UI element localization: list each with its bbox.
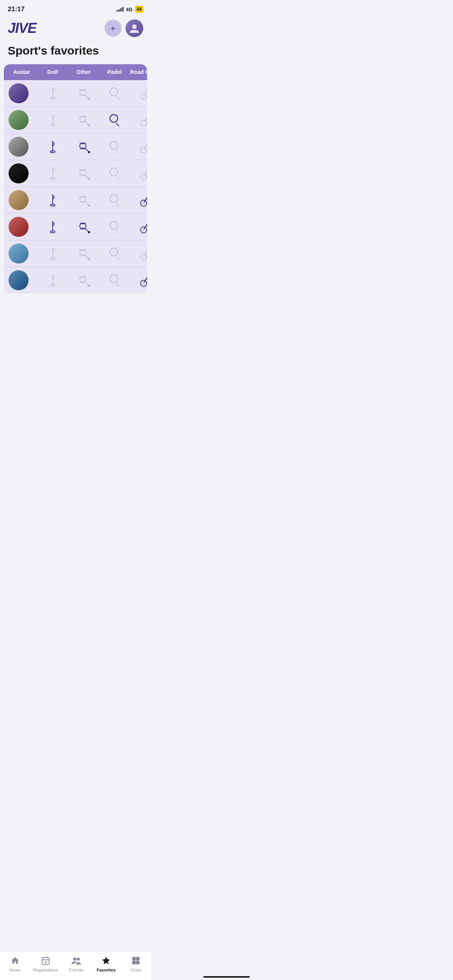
padel-icon — [107, 192, 122, 208]
other-icon — [76, 219, 91, 235]
status-bar: 21:17 4G 44 — [0, 0, 151, 15]
svg-point-49 — [88, 204, 90, 207]
other-icon — [76, 272, 91, 288]
padel-icon — [107, 139, 122, 154]
table-row[interactable] — [4, 267, 147, 293]
svg-rect-84 — [110, 275, 118, 283]
table-row[interactable] — [4, 160, 147, 187]
padel-icon — [107, 219, 122, 235]
cycling-cell-2 — [130, 112, 147, 128]
table-row[interactable] — [4, 214, 147, 240]
svg-point-79 — [50, 284, 55, 286]
golf-cell-5 — [37, 192, 68, 208]
svg-point-13 — [50, 124, 55, 126]
golf-icon — [45, 272, 60, 288]
svg-point-60 — [88, 231, 90, 233]
padel-cell-8 — [99, 272, 130, 288]
table-row[interactable] — [4, 240, 147, 267]
app-logo: JIVE — [8, 20, 36, 36]
table-row[interactable] — [4, 134, 147, 160]
golf-cell-8 — [37, 272, 68, 288]
other-icon — [76, 139, 91, 154]
padel-icon — [107, 272, 122, 288]
avatar-person-icon — [129, 23, 140, 34]
cycling-icon — [140, 272, 147, 288]
col-avatar: Avatar — [6, 69, 37, 75]
other-icon — [76, 166, 91, 181]
padel-icon — [107, 246, 122, 261]
golf-icon — [45, 112, 60, 128]
cycling-icon — [140, 112, 147, 128]
other-cell-1 — [68, 86, 99, 101]
cycling-cell-7 — [130, 246, 147, 261]
page-title-section: Sport's favorites — [0, 41, 151, 64]
svg-point-24 — [50, 151, 55, 152]
padel-icon — [107, 112, 122, 128]
other-cell-7 — [68, 246, 99, 261]
cycling-cell-6 — [130, 219, 147, 235]
svg-line-30 — [116, 150, 119, 153]
svg-rect-62 — [110, 221, 118, 229]
padel-cell-7 — [99, 246, 130, 261]
golf-cell-2 — [37, 112, 68, 128]
golf-icon — [45, 166, 60, 181]
signal-icon — [117, 7, 124, 12]
svg-rect-18 — [110, 115, 118, 122]
svg-point-71 — [88, 258, 90, 260]
padel-cell-2 — [99, 112, 130, 128]
svg-point-46 — [50, 204, 55, 206]
avatar-cell — [6, 163, 37, 183]
svg-point-27 — [88, 151, 90, 153]
user-avatar-button[interactable] — [125, 19, 143, 37]
add-button[interactable]: ＋ — [105, 20, 122, 37]
svg-point-0 — [132, 24, 137, 29]
table-body — [4, 80, 147, 293]
golf-icon — [45, 246, 60, 261]
other-cell-3 — [68, 139, 99, 154]
page-title: Sport's favorites — [8, 44, 143, 57]
network-label: 4G — [126, 7, 132, 12]
svg-line-85 — [116, 283, 119, 286]
table-row[interactable] — [4, 80, 147, 107]
table-row[interactable] — [4, 187, 147, 214]
svg-line-19 — [116, 123, 119, 126]
cycling-icon — [140, 166, 147, 181]
avatar-cell — [6, 217, 37, 237]
svg-line-74 — [116, 257, 119, 260]
golf-icon — [45, 192, 60, 208]
cycling-cell-1 — [130, 86, 147, 101]
cycling-icon — [140, 246, 147, 261]
golf-icon — [45, 86, 60, 101]
cycling-cell-3 — [130, 139, 147, 154]
avatar-cell — [6, 137, 37, 157]
table-row[interactable] — [4, 107, 147, 134]
col-other: Other — [68, 69, 99, 75]
svg-point-5 — [88, 98, 90, 100]
other-cell-2 — [68, 112, 99, 128]
table-header: Avatar Golf Other Padel Road Cycling Run… — [4, 64, 147, 80]
other-icon — [76, 86, 91, 101]
golf-cell-3 — [37, 139, 68, 154]
svg-line-63 — [116, 230, 119, 233]
golf-icon — [45, 139, 60, 154]
golf-cell-7 — [37, 246, 68, 261]
header: JIVE ＋ — [0, 15, 151, 41]
other-icon — [76, 246, 91, 261]
user-avatar-img — [125, 19, 143, 37]
svg-point-2 — [50, 97, 55, 99]
other-icon — [76, 192, 91, 208]
svg-point-82 — [88, 284, 90, 287]
padel-icon — [107, 86, 122, 101]
padel-cell-1 — [99, 86, 130, 101]
svg-rect-29 — [110, 141, 118, 149]
other-cell-8 — [68, 272, 99, 288]
cycling-cell-8 — [130, 272, 147, 288]
svg-rect-51 — [110, 195, 118, 202]
cycling-icon — [140, 219, 147, 235]
svg-point-16 — [88, 124, 90, 127]
svg-rect-7 — [110, 88, 118, 96]
status-icons: 4G 44 — [117, 6, 143, 13]
plus-icon: ＋ — [109, 22, 117, 34]
padel-icon — [107, 166, 122, 181]
golf-cell-1 — [37, 86, 68, 101]
